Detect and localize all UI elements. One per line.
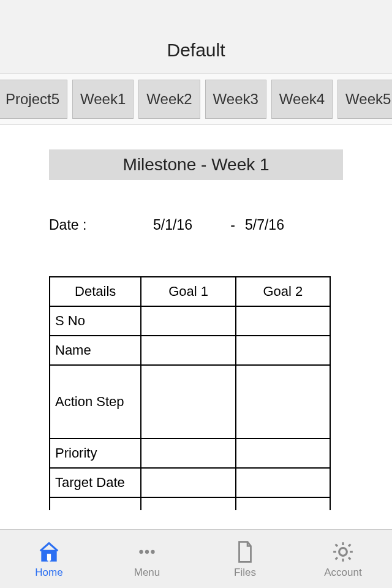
table-row	[50, 497, 330, 510]
page-title: Default	[167, 40, 225, 61]
tabbar-label: Menu	[134, 567, 160, 579]
home-icon	[37, 540, 61, 564]
col-header-goal2: Goal 2	[236, 277, 330, 306]
cell-goal1[interactable]	[141, 336, 235, 365]
bottom-tabbar: Home Menu Files Account	[0, 529, 392, 588]
date-row: Date : 5/1/16 - 5/7/16	[18, 217, 374, 233]
cell-goal2[interactable]	[236, 439, 330, 468]
milestone-title: Milestone - Week 1	[49, 149, 343, 180]
tab-week1[interactable]: Week1	[72, 80, 134, 119]
cell-goal2[interactable]	[236, 468, 330, 497]
date-separator: -	[221, 217, 245, 233]
cell-goal2-partial	[236, 497, 330, 510]
row-label: Action Step	[50, 365, 141, 439]
cell-goal1[interactable]	[141, 468, 235, 497]
table-row: Action Step	[50, 365, 330, 439]
content-area: Milestone - Week 1 Date : 5/1/16 - 5/7/1…	[0, 125, 392, 529]
file-icon	[233, 540, 257, 564]
tabbar-item-menu[interactable]: Menu	[98, 530, 196, 588]
row-label: Name	[50, 336, 141, 365]
tabbar-item-files[interactable]: Files	[196, 530, 294, 588]
cell-goal2[interactable]	[236, 365, 330, 439]
tabbar-label: Files	[234, 567, 256, 579]
tabstrip[interactable]: Project5 Week1 Week2 Week3 Week4 Week5	[0, 74, 392, 125]
date-label: Date :	[49, 217, 153, 233]
cell-goal1[interactable]	[141, 365, 235, 439]
cell-goal1[interactable]	[141, 306, 235, 336]
date-start: 5/1/16	[153, 217, 221, 233]
row-label-partial	[50, 497, 141, 510]
table-row: Name	[50, 336, 330, 365]
svg-point-4	[339, 548, 347, 556]
milestone-table: Details Goal 1 Goal 2 S No Name Action S…	[49, 276, 331, 510]
date-end: 5/7/16	[245, 217, 312, 233]
table-header-row: Details Goal 1 Goal 2	[50, 277, 330, 306]
row-label: Priority	[50, 439, 141, 468]
table-row: S No	[50, 306, 330, 336]
table-row: Target Date	[50, 468, 330, 497]
tabbar-item-account[interactable]: Account	[294, 530, 392, 588]
cell-goal1-partial	[141, 497, 235, 510]
svg-point-1	[139, 549, 143, 553]
svg-point-2	[145, 549, 149, 553]
tab-week3[interactable]: Week3	[205, 80, 266, 119]
header: Default	[0, 0, 392, 74]
gear-icon	[331, 540, 355, 564]
svg-point-3	[151, 549, 154, 553]
table-row: Priority	[50, 439, 330, 468]
tab-project5[interactable]: Project5	[0, 80, 67, 119]
tabbar-item-home[interactable]: Home	[0, 530, 98, 588]
tab-week2[interactable]: Week2	[138, 80, 200, 119]
cell-goal1[interactable]	[141, 439, 235, 468]
col-header-goal1: Goal 1	[141, 277, 235, 306]
col-header-details: Details	[50, 277, 141, 306]
row-label: Target Date	[50, 468, 141, 497]
tab-week4[interactable]: Week4	[271, 80, 333, 119]
svg-rect-0	[47, 554, 51, 560]
cell-goal2[interactable]	[236, 336, 330, 365]
tab-week5[interactable]: Week5	[337, 80, 392, 119]
cell-goal2[interactable]	[236, 306, 330, 336]
tabbar-label: Home	[35, 567, 62, 579]
row-label: S No	[50, 306, 141, 336]
tabbar-label: Account	[324, 567, 361, 579]
dots-icon	[135, 540, 159, 564]
